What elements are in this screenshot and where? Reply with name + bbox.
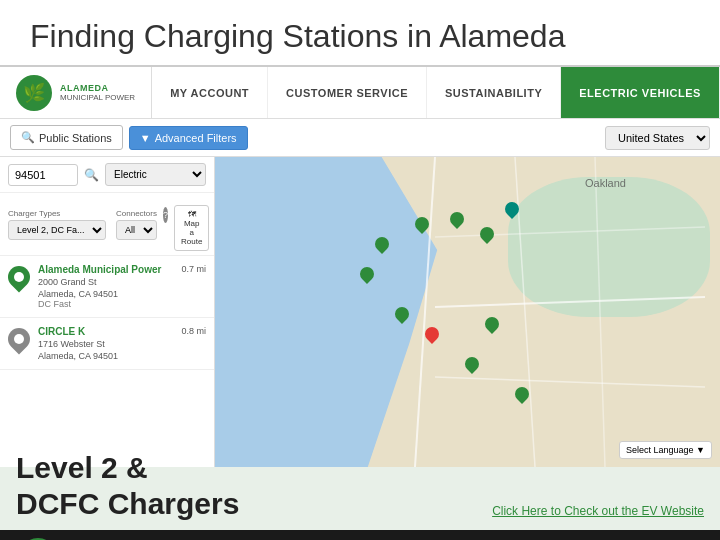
page-title: Finding Charging Stations in Alameda [0, 0, 720, 67]
map-route-button[interactable]: 🗺 Map a Route [174, 205, 209, 251]
station-list: Alameda Municipal Power 2000 Grand St Al… [0, 256, 214, 467]
logo: 🌿 ALAMEDA MUNICIPAL POWER [0, 67, 152, 118]
bottom-section: Level 2 & DCFC Chargers Click Here to Ch… [0, 467, 720, 540]
charger-types-select[interactable]: Level 2, DC Fa... [8, 220, 106, 240]
map-area: Oakland Select Language ▼ [215, 157, 720, 467]
left-panel: 🔍 Electric Charger Types Level 2, DC Fa.… [0, 157, 215, 467]
filter-toolbar: 🔍 Public Stations ▼ Advanced Filters Uni… [0, 119, 720, 157]
zip-input[interactable] [8, 164, 78, 186]
connectors-group: Connectors All [116, 209, 157, 240]
connectors-select[interactable]: All [116, 220, 157, 240]
station-info: CIRCLE K 1716 Webster St Alameda, CA 945… [38, 326, 173, 361]
search-row: 🔍 Electric [0, 157, 214, 193]
select-language-button[interactable]: Select Language ▼ [619, 441, 712, 459]
svg-line-3 [435, 377, 705, 387]
ev-link-area: Click Here to Check out the EV Website [492, 500, 704, 522]
overlay-text: Level 2 & DCFC Chargers [16, 450, 239, 522]
svg-line-0 [415, 157, 435, 467]
advanced-filters-button[interactable]: ▼ Advanced Filters [129, 126, 248, 150]
nav-links: MY ACCOUNT CUSTOMER SERVICE SUSTAINABILI… [152, 67, 720, 118]
station-info: Alameda Municipal Power 2000 Grand St Al… [38, 264, 173, 309]
svg-line-2 [515, 157, 535, 467]
nav-customer-service[interactable]: CUSTOMER SERVICE [268, 67, 427, 118]
list-item[interactable]: CIRCLE K 1716 Webster St Alameda, CA 945… [0, 318, 214, 370]
list-item[interactable]: Alameda Municipal Power 2000 Grand St Al… [0, 256, 214, 318]
filter-icon: ▼ [140, 132, 151, 144]
svg-text:Oakland: Oakland [585, 177, 626, 189]
nav-electric-vehicles[interactable]: ELECTRIC VEHICLES [561, 67, 720, 118]
station-marker-green [3, 261, 34, 292]
overlay-heading: Level 2 & DCFC Chargers [16, 450, 239, 522]
station-marker-gray [3, 323, 34, 354]
nav-my-account[interactable]: MY ACCOUNT [152, 67, 268, 118]
svg-line-1 [435, 297, 705, 307]
logo-text: ALAMEDA MUNICIPAL POWER [60, 83, 135, 102]
search-button[interactable]: 🔍 [84, 168, 99, 182]
search-icon: 🔍 [84, 168, 99, 182]
map-icon: 🗺 [188, 210, 196, 219]
map-roads-svg: Oakland [215, 157, 720, 467]
help-button[interactable]: ? [163, 207, 168, 223]
charger-row: Charger Types Level 2, DC Fa... Connecto… [0, 193, 214, 256]
main-content: 🔍 Electric Charger Types Level 2, DC Fa.… [0, 157, 720, 467]
navbar: 🌿 ALAMEDA MUNICIPAL POWER MY ACCOUNT CUS… [0, 67, 720, 119]
type-select[interactable]: Electric [105, 163, 206, 186]
svg-line-4 [595, 157, 605, 467]
public-stations-button[interactable]: 🔍 Public Stations [10, 125, 123, 150]
svg-line-5 [435, 227, 705, 237]
country-select[interactable]: United States [605, 126, 710, 150]
search-icon: 🔍 [21, 131, 35, 144]
nav-sustainability[interactable]: SUSTAINABILITY [427, 67, 561, 118]
logo-icon: 🌿 [16, 75, 52, 111]
ev-website-link[interactable]: Click Here to Check out the EV Website [492, 504, 704, 518]
bottom-bar: ⚡ ALAMEDA MUNICIPAL POWER 31 [0, 530, 720, 540]
charger-types-group: Charger Types Level 2, DC Fa... [8, 209, 106, 240]
